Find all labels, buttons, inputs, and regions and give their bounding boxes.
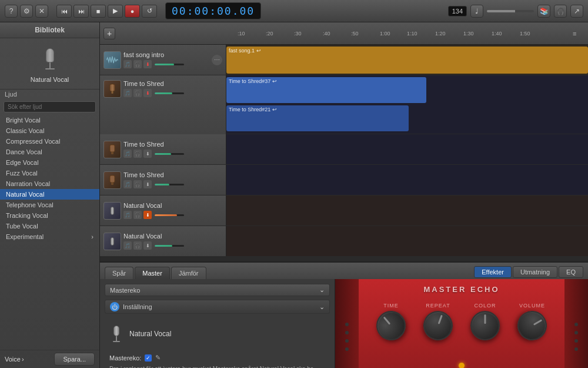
tab-utmatning[interactable]: Utmatning xyxy=(513,266,557,278)
track-content-shred-1[interactable]: Time to Shred#37 ↩ for(let i=0;i<330;i+=… xyxy=(226,75,588,134)
track-info-shred-2: Time to Shred 🎵 🎧 ⬇ xyxy=(100,134,226,164)
tab-eq[interactable]: EQ xyxy=(559,266,583,278)
track-info-shred-1: Time to Shred 🎵 🎧 ⬇ xyxy=(100,75,226,134)
indicator-led xyxy=(459,363,465,368)
knob-color[interactable] xyxy=(470,311,500,340)
tab-spaar[interactable]: Spår xyxy=(105,267,133,279)
add-track-button[interactable]: + xyxy=(103,28,115,39)
track-mute-icon-6[interactable]: 🎵 xyxy=(123,241,132,250)
track-content-natural-vocal-2[interactable] xyxy=(226,226,588,256)
track-mute-icon[interactable]: 🎵 xyxy=(123,60,132,68)
track-record-icon-5[interactable]: ⬇ xyxy=(143,211,152,219)
track-headphone-icon-2[interactable]: 🎧 xyxy=(133,89,142,97)
knob-repeat[interactable] xyxy=(419,307,457,344)
plugin-dropdown[interactable]: Mastereko ⌄ xyxy=(105,284,330,296)
side-dot-6 xyxy=(574,331,578,334)
tab-master[interactable]: Master xyxy=(135,267,170,279)
metronome-icon[interactable]: ♩ xyxy=(470,5,483,18)
track-details-natural-vocal-2: Natural Vocal 🎵 🎧 ⬇ xyxy=(123,233,222,250)
track-mute-icon-2[interactable]: 🎵 xyxy=(123,89,132,97)
preset-item-compressed-vocal[interactable]: Compressed Vocal xyxy=(0,136,99,147)
track-mute-icon-4[interactable]: 🎵 xyxy=(123,180,132,188)
master-volume-slider[interactable] xyxy=(487,10,534,12)
tab-jamfor[interactable]: Jämför xyxy=(171,267,206,279)
preset-item-tracking-vocal[interactable]: Tracking Vocal xyxy=(0,210,99,221)
track-volume-slider-5[interactable] xyxy=(155,214,184,216)
save-button[interactable]: Spara... xyxy=(54,353,95,366)
preset-item-experimental[interactable]: Experimental › xyxy=(0,231,99,242)
preset-item-narration-vocal[interactable]: Narration Vocal xyxy=(0,178,99,189)
track-content-natural-vocal-1[interactable] xyxy=(226,195,588,226)
track-download-icon-4[interactable]: ⬇ xyxy=(143,180,152,188)
preset-item-tube-vocal[interactable]: Tube Vocal xyxy=(0,221,99,231)
echo-left-strip xyxy=(335,279,359,368)
side-dot-8 xyxy=(574,347,578,351)
track-options-icon[interactable]: ⋯ xyxy=(212,55,222,65)
rewind-button[interactable]: ⏮ xyxy=(56,5,72,18)
track-headphone-icon-4[interactable]: 🎧 xyxy=(133,180,142,188)
preset-item-bright-vocal[interactable]: Bright Vocal xyxy=(0,115,99,125)
knob-volume[interactable] xyxy=(512,306,552,346)
track-mute-icon-3[interactable]: 🎵 xyxy=(123,150,132,158)
track-download-icon-3[interactable]: ⬇ xyxy=(143,150,152,158)
master-echo-panel: MASTER ECHO TIME REPEAT COLOR xyxy=(335,279,588,368)
track-info-natural-vocal-1: Natural Vocal 🎵 🎧 ⬇ xyxy=(100,195,226,226)
track-mute-icon-5[interactable]: 🎵 xyxy=(123,211,132,219)
audio-clip-fast-song[interactable]: fast song.1 ↩ for(let i=0;i<540;i+=2){ c… xyxy=(226,47,588,74)
mastereko-edit-icon[interactable]: ✎ xyxy=(155,354,161,362)
track-volume-slider-4[interactable] xyxy=(155,184,184,185)
info-icon[interactable]: ? xyxy=(5,5,18,18)
share-icon[interactable]: ↗ xyxy=(570,5,583,18)
track-headphone-icon-6[interactable]: 🎧 xyxy=(133,241,142,250)
track-row-shred-3: Time to Shred 🎵 🎧 ⬇ xyxy=(100,165,588,195)
track-volume-slider-2[interactable] xyxy=(155,92,184,94)
top-bar: ? ⚙ ✕ ⏮ ⏭ ■ ▶ ● ↺ 00:00:00.00 134 ♩ 📚 🎧 … xyxy=(0,0,588,22)
track-record-icon[interactable]: ⬇ xyxy=(143,60,152,68)
play-button[interactable]: ▶ xyxy=(108,5,123,18)
track-thumb-guitar-2 xyxy=(103,141,121,158)
cycle-button[interactable]: ↺ xyxy=(142,5,157,18)
knob-group-color: COLOR xyxy=(470,303,500,340)
preset-item-edge-vocal[interactable]: Edge Vocal xyxy=(0,157,99,168)
record-button[interactable]: ● xyxy=(125,5,140,18)
setting-dropdown[interactable]: ⏻ Inställning ⌄ xyxy=(105,300,330,314)
preset-item-natural-vocal[interactable]: Natural Vocal xyxy=(0,189,99,200)
track-record-icon-2[interactable]: ⬇ xyxy=(143,89,152,97)
search-input[interactable] xyxy=(4,101,96,112)
track-headphone-icon-3[interactable]: 🎧 xyxy=(133,150,142,158)
sidebar: Bibliotek Natural Vocal Ljud Bright Voca… xyxy=(0,22,100,368)
smart-controls-icon[interactable]: ≡ xyxy=(573,30,584,37)
settings-icon[interactable]: ⚙ xyxy=(20,5,33,18)
headphone-icon[interactable]: 🎧 xyxy=(554,5,567,18)
preset-item-telephone-vocal[interactable]: Telephone Vocal xyxy=(0,200,99,210)
preset-item-fuzz-vocal[interactable]: Fuzz Vocal xyxy=(0,168,99,178)
ruler-mark-30: :30 xyxy=(294,31,302,37)
mastereko-line: Mastereko: ✓ ✎ xyxy=(105,354,330,362)
preset-item-dance-vocal[interactable]: Dance Vocal xyxy=(0,147,99,157)
dropdown-arrow-icon: ⌄ xyxy=(319,286,325,294)
library-icon[interactable]: 📚 xyxy=(537,5,550,18)
ruler-mark-120: 1:20 xyxy=(435,31,446,37)
track-thumb-mic-1 xyxy=(103,202,121,220)
stop-button[interactable]: ■ xyxy=(91,5,106,18)
knob-time[interactable] xyxy=(370,305,412,346)
track-download-icon-6[interactable]: ⬇ xyxy=(143,241,152,250)
horizontal-scrollbar[interactable] xyxy=(100,257,588,261)
track-details-fast-song: fast song intro 🎵 🎧 ⬇ xyxy=(123,51,209,68)
audio-clip-shred21[interactable]: Time to Shred#21 ↩ for(let i=0;i<300;i+=… xyxy=(226,105,409,131)
track-content-shred-3[interactable] xyxy=(226,165,588,195)
track-headphone-icon-5[interactable]: 🎧 xyxy=(133,211,142,219)
track-headphone-icon[interactable]: 🎧 xyxy=(133,60,142,68)
track-content-shred-2[interactable] xyxy=(226,134,588,164)
instrument-name: Natural Vocal xyxy=(31,76,69,83)
close-icon[interactable]: ✕ xyxy=(35,5,48,18)
track-volume-slider-6[interactable] xyxy=(155,245,184,247)
tab-effekter[interactable]: Effekter xyxy=(474,266,512,278)
preset-item-classic-vocal[interactable]: Classic Vocal xyxy=(0,125,99,136)
track-content-fast-song[interactable]: fast song.1 ↩ for(let i=0;i<540;i+=2){ c… xyxy=(226,45,588,75)
track-volume-slider-3[interactable] xyxy=(155,153,184,155)
audio-clip-shred37[interactable]: Time to Shred#37 ↩ for(let i=0;i<330;i+=… xyxy=(226,77,426,103)
track-volume-slider[interactable] xyxy=(155,64,184,65)
fast-forward-button[interactable]: ⏭ xyxy=(74,5,89,18)
mastereko-checkbox[interactable]: ✓ xyxy=(145,354,152,362)
